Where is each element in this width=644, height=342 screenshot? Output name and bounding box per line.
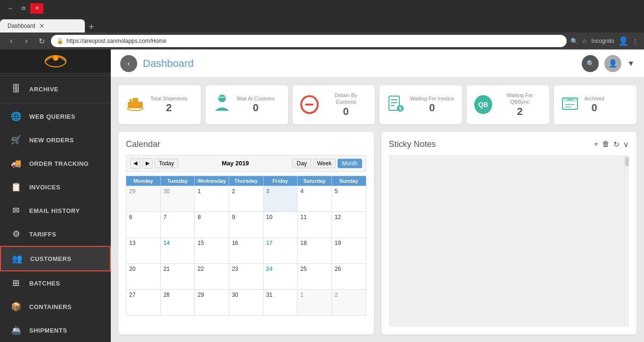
cal-header-monday: Monday: [126, 176, 161, 186]
sidebar-label-email-history: EMAIL HISTORY: [29, 207, 80, 214]
sidebar-item-invoices[interactable]: 📋 INVOICES: [0, 175, 111, 199]
calendar-cell-2-4[interactable]: 17: [263, 237, 297, 263]
calendar-cell-4-6[interactable]: 2: [331, 289, 366, 315]
calendar-cell-2-6[interactable]: 19: [331, 237, 366, 263]
day-number: 2: [232, 188, 260, 195]
calendar-cell-3-0[interactable]: 20: [126, 263, 161, 289]
calendar-cell-3-5[interactable]: 25: [297, 263, 332, 289]
restore-button[interactable]: ⧉: [17, 3, 30, 14]
day-number: 1: [198, 188, 226, 195]
stat-card-wait-at-customs[interactable]: Wait At Customs 0: [206, 85, 288, 124]
back-button[interactable]: ‹: [6, 37, 17, 45]
reload-button[interactable]: ↻: [36, 37, 47, 46]
calendar-cell-1-3[interactable]: 9: [229, 212, 263, 237]
calendar-cell-2-3[interactable]: 16: [229, 237, 263, 263]
sticky-refresh-button[interactable]: ↻: [613, 140, 619, 149]
calendar-cell-2-2[interactable]: 15: [195, 237, 229, 263]
sidebar-item-batches[interactable]: ⊞ BATCHES: [0, 271, 111, 295]
star-icon[interactable]: ☆: [582, 38, 587, 45]
shipments-icon: 🚢: [9, 325, 23, 335]
calendar-cell-2-1[interactable]: 14: [160, 237, 195, 263]
profile-icon[interactable]: 👤: [618, 36, 628, 46]
calendar-cell-1-2[interactable]: 8: [195, 212, 229, 237]
stat-card-archived[interactable]: Archived 0: [554, 85, 636, 124]
menu-icon[interactable]: ⋮: [632, 38, 638, 45]
sidebar-item-web-queries[interactable]: 🌐 WEB QUERIES: [0, 105, 111, 128]
calendar-day-view-button[interactable]: Day: [292, 159, 311, 168]
no-entry-icon: [300, 95, 319, 114]
sticky-scrollbar[interactable]: [624, 155, 629, 327]
calendar-row-2: 13141516171819: [126, 237, 366, 263]
calendar-cell-1-0[interactable]: 6: [126, 212, 161, 237]
day-number: 19: [335, 240, 363, 246]
day-number: 3: [266, 188, 295, 195]
sidebar-item-containers[interactable]: 📦 CONTAINERS: [0, 295, 111, 318]
calendar-cell-4-1[interactable]: 28: [160, 289, 195, 315]
calendar-cell-0-0[interactable]: 29: [126, 186, 161, 212]
day-number: 7: [164, 214, 192, 220]
sidebar-item-new-orders[interactable]: 🛒 NEW ORDERS: [0, 128, 111, 152]
calendar-cell-0-4[interactable]: 3: [263, 186, 297, 212]
sticky-notes-content: [389, 155, 625, 327]
calendar-cell-4-4[interactable]: 31: [263, 289, 297, 315]
sidebar-item-archive[interactable]: 🗄 ARCHIVE: [0, 78, 111, 101]
day-number: 26: [335, 266, 363, 272]
active-tab[interactable]: Dashboard ✕: [0, 19, 85, 33]
search-icon[interactable]: 🔍: [570, 38, 578, 45]
calendar-cell-2-5[interactable]: 18: [297, 237, 332, 263]
sidebar-item-customers[interactable]: 👥 CUSTOMERS: [0, 246, 111, 271]
calendar-month-view-button[interactable]: Month: [338, 159, 362, 168]
calendar-cell-4-3[interactable]: 30: [229, 289, 263, 315]
minimize-button[interactable]: ─: [4, 3, 17, 14]
calendar-cell-2-0[interactable]: 13: [126, 237, 161, 263]
sticky-delete-button[interactable]: 🗑: [602, 140, 610, 149]
sidebar-item-shipments[interactable]: 🚢 SHIPMENTS: [0, 318, 111, 342]
stat-card-detain-customs[interactable]: Detain By Customs 0: [293, 85, 375, 124]
stat-card-waiting-qbsync[interactable]: QB Waiting For QBSync 2: [467, 85, 549, 124]
calendar-cell-0-2[interactable]: 1: [195, 186, 229, 212]
calendar-cell-4-0[interactable]: 27: [126, 289, 161, 315]
back-button[interactable]: ‹: [120, 55, 137, 72]
tab-close-icon[interactable]: ✕: [39, 22, 45, 30]
close-button[interactable]: ✕: [30, 3, 43, 14]
stat-label-total-shipments: Total Shipments: [150, 95, 187, 102]
address-bar[interactable]: 🔒 https://areopost.sanmolapps.com/Home: [51, 35, 567, 47]
calendar-cell-3-2[interactable]: 22: [195, 263, 229, 289]
user-avatar[interactable]: 👤: [604, 55, 621, 72]
calendar-cell-0-6[interactable]: 5: [331, 186, 366, 212]
calendar-cell-0-3[interactable]: 2: [229, 186, 263, 212]
sticky-expand-button[interactable]: ∨: [623, 140, 629, 149]
user-dropdown-icon[interactable]: ▼: [627, 59, 635, 68]
sidebar-item-email-history[interactable]: ✉ EMAIL HISTORY: [0, 199, 111, 222]
calendar-cell-3-3[interactable]: 23: [229, 263, 263, 289]
sidebar-item-tariffs[interactable]: ⚙ TARIFFS: [0, 222, 111, 246]
header-search-button[interactable]: 🔍: [582, 55, 599, 72]
new-tab-button[interactable]: +: [85, 22, 98, 33]
calendar-cell-0-5[interactable]: 4: [297, 186, 332, 212]
forward-button[interactable]: ›: [21, 37, 32, 45]
calendar-today-button[interactable]: Today: [155, 159, 178, 168]
calendar-cell-4-5[interactable]: 1: [297, 289, 332, 315]
day-number: 29: [129, 188, 157, 195]
calendar-cell-1-1[interactable]: 7: [160, 212, 195, 237]
web-queries-icon: 🌐: [9, 111, 23, 122]
calendar-cell-3-4[interactable]: 24: [263, 263, 297, 289]
calendar-cell-1-6[interactable]: 12: [331, 212, 366, 237]
calendar-week-view-button[interactable]: Week: [313, 159, 336, 168]
calendar-cell-3-6[interactable]: 26: [331, 263, 366, 289]
calendar-cell-1-5[interactable]: 11: [297, 212, 332, 237]
invoice-icon: $: [387, 95, 404, 114]
calendar-cell-3-1[interactable]: 21: [160, 263, 195, 289]
calendar-cell-1-4[interactable]: 10: [263, 212, 297, 237]
calendar-cell-0-1[interactable]: 30: [160, 186, 195, 212]
sticky-add-button[interactable]: +: [594, 140, 598, 149]
calendar-cell-4-2[interactable]: 29: [195, 289, 229, 315]
sidebar-item-order-tracking[interactable]: 🚚 ORDER TRACKING: [0, 152, 111, 175]
day-number: 30: [232, 292, 260, 298]
sidebar-label-shipments: SHIPMENTS: [29, 327, 67, 334]
calendar-prev-button[interactable]: ◀: [130, 158, 140, 169]
stat-card-waiting-invoice[interactable]: $ Waiting For Invoice 0: [380, 85, 462, 124]
incognito-label: Incognito: [591, 38, 614, 44]
stat-card-total-shipments[interactable]: Total Shipments 2: [118, 85, 201, 124]
calendar-next-button[interactable]: ▶: [142, 158, 153, 169]
